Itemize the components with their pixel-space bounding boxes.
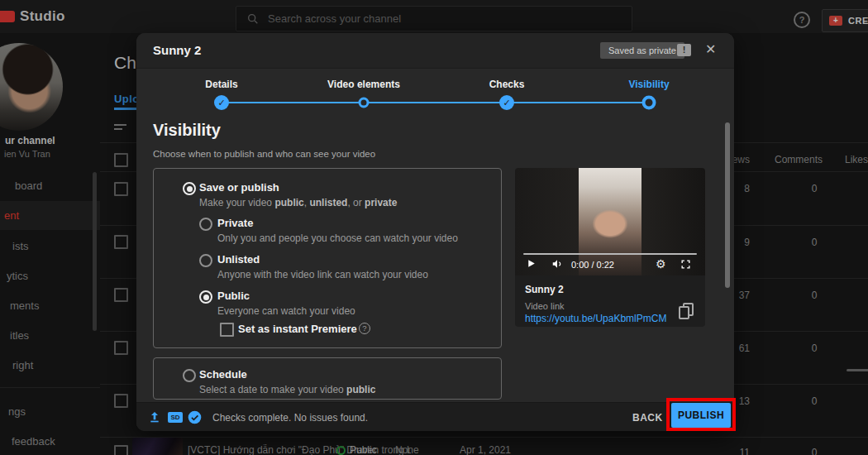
video-player[interactable]: 0:00 / 0:22 ⚙ bbox=[515, 168, 705, 275]
upload-dialog: Sunny 2 Saved as private ! ✕ Details Vid… bbox=[136, 33, 734, 431]
private-desc: Only you and people you choose can watch… bbox=[217, 232, 458, 244]
checks-complete-icon bbox=[188, 410, 202, 424]
saved-as-private-badge: Saved as private bbox=[600, 42, 684, 59]
save-or-publish-desc: Make your video public, unlisted, or pri… bbox=[199, 197, 397, 208]
unlisted-desc: Anyone with the video link can watch you… bbox=[217, 269, 428, 280]
back-button[interactable]: BACK bbox=[632, 412, 663, 424]
public-desc: Everyone can watch your video bbox=[217, 305, 355, 317]
unlisted-radio[interactable] bbox=[199, 254, 212, 267]
step-checks[interactable]: Checks bbox=[489, 79, 525, 90]
schedule-box: Schedule Select a date to make your vide… bbox=[153, 357, 502, 400]
public-label: Public bbox=[217, 290, 250, 302]
video-link[interactable]: https://youtu.be/UpaKbmlPmCM bbox=[525, 313, 666, 324]
close-icon[interactable]: ✕ bbox=[705, 41, 716, 57]
annotation-highlight-box bbox=[666, 398, 736, 431]
premiere-help-icon[interactable]: ? bbox=[359, 323, 370, 334]
checks-status-text: Checks complete. No issues found. bbox=[212, 412, 368, 424]
save-or-publish-radio[interactable] bbox=[183, 182, 196, 195]
step-visibility[interactable]: Visibility bbox=[628, 79, 669, 90]
fullscreen-icon[interactable] bbox=[680, 259, 691, 270]
copy-link-icon[interactable] bbox=[679, 303, 694, 319]
player-settings-icon[interactable]: ⚙ bbox=[656, 257, 666, 271]
schedule-label: Schedule bbox=[199, 368, 247, 381]
unlisted-label: Unlisted bbox=[217, 253, 260, 266]
sd-quality-icon: SD bbox=[168, 412, 183, 423]
preview-video-title: Sunny 2 bbox=[525, 284, 564, 295]
step-checks-check-icon[interactable]: ✓ bbox=[499, 95, 514, 110]
feedback-icon[interactable]: ! bbox=[677, 44, 691, 56]
stepper-line bbox=[222, 102, 649, 103]
video-link-label: Video link bbox=[525, 301, 565, 311]
instant-premiere-label: Set as instant Premiere bbox=[238, 323, 357, 335]
player-time: 0:00 / 0:22 bbox=[571, 260, 614, 270]
private-radio[interactable] bbox=[199, 218, 212, 231]
private-label: Private bbox=[217, 217, 253, 229]
volume-icon[interactable] bbox=[551, 258, 563, 270]
dialog-title: Sunny 2 bbox=[153, 43, 201, 57]
step-details[interactable]: Details bbox=[205, 79, 237, 90]
upload-status-icon bbox=[148, 410, 161, 424]
play-icon[interactable] bbox=[526, 258, 537, 269]
public-radio[interactable] bbox=[199, 290, 212, 304]
visibility-section-title: Visibility bbox=[153, 121, 221, 140]
step-video-elements[interactable]: Video elements bbox=[327, 79, 400, 90]
dialog-scrollbar[interactable] bbox=[725, 122, 730, 288]
save-or-publish-box: Save or publish Make your video public, … bbox=[153, 168, 502, 348]
video-info-panel: Sunny 2 Video link https://youtu.be/UpaK… bbox=[515, 275, 705, 327]
dialog-footer: SD Checks complete. No issues found. BAC… bbox=[136, 402, 734, 431]
visibility-section-subtitle: Choose when to publish and who can see y… bbox=[153, 149, 375, 159]
step-video-elements-dot-icon[interactable] bbox=[359, 98, 370, 108]
player-seekbar[interactable] bbox=[523, 253, 697, 255]
schedule-desc: Select a date to make your video public bbox=[199, 384, 375, 395]
step-visibility-dot-icon[interactable] bbox=[642, 96, 656, 110]
schedule-radio[interactable] bbox=[183, 369, 196, 382]
dialog-header: Sunny 2 Saved as private ! ✕ bbox=[136, 33, 734, 69]
save-or-publish-label: Save or publish bbox=[199, 181, 279, 194]
step-details-check-icon[interactable]: ✓ bbox=[214, 95, 229, 110]
instant-premiere-checkbox[interactable] bbox=[220, 323, 234, 337]
video-preview-card: 0:00 / 0:22 ⚙ Sunny 2 Video link https:/… bbox=[515, 168, 705, 327]
